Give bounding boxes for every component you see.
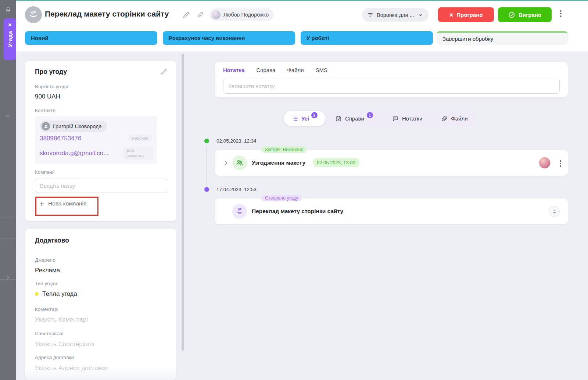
- edit-deal-button[interactable]: [160, 68, 168, 76]
- event-card-meeting[interactable]: Узгодження макету 02.05.2023, 13:00: [215, 150, 568, 176]
- deal-tab-label: Угода: [7, 31, 13, 47]
- contact-box: Григорій Сковорода 380986753476 Робочий …: [35, 116, 157, 164]
- tab-files[interactable]: Файли: [287, 67, 304, 73]
- event-title: Переклад макету сторінки сайту: [252, 208, 343, 215]
- phone-link[interactable]: 380986753476: [40, 135, 81, 142]
- owner-name: Любов Подорожко: [223, 12, 269, 18]
- left-panel-scrollbar[interactable]: [182, 54, 184, 351]
- filter-all-label: Усі: [301, 115, 309, 122]
- comments-placeholder[interactable]: Укажіть Коментарі: [35, 316, 88, 323]
- stage-estimate[interactable]: Розрахунок часу виконання: [163, 31, 295, 45]
- warm-deal-dot: [35, 292, 39, 296]
- pencil-icon: [182, 11, 190, 19]
- contact-chip[interactable]: Григорій Сковорода: [40, 121, 107, 132]
- stage-new[interactable]: Новий: [25, 31, 157, 45]
- deal-page: × Угода Переклад макету сторінки сайту Л…: [0, 0, 588, 380]
- edit-title-button[interactable]: [182, 11, 190, 20]
- lost-label: Програно: [457, 12, 483, 18]
- phone-tag: Робочий: [128, 134, 152, 142]
- filter-all[interactable]: Усі 2: [284, 111, 326, 126]
- top-accent-line: [16, 0, 588, 1]
- filter-files[interactable]: Файли: [432, 111, 477, 126]
- additional-card: Додатково Джерело Реклама Тип угоди Тепл…: [25, 229, 176, 380]
- stage-label: Завершити обробку: [442, 36, 493, 42]
- won-label: Виграно: [519, 12, 541, 18]
- event-menu-button[interactable]: [560, 160, 561, 167]
- stage-finish[interactable]: Завершити обробку: [437, 31, 568, 45]
- event-card-created[interactable]: Переклад макету сторінки сайту: [215, 198, 568, 224]
- owner-avatar: [212, 10, 220, 19]
- event-badge-created: Створено угоду: [261, 195, 302, 201]
- system-avatar: [549, 206, 560, 217]
- more-menu-button[interactable]: [560, 10, 562, 17]
- person-icon: [43, 124, 49, 129]
- person-icon: [552, 209, 557, 214]
- tab-task[interactable]: Справа: [257, 67, 276, 73]
- calendar-check-icon: [335, 115, 342, 122]
- stage-label: Розрахунок часу виконання: [169, 35, 245, 41]
- about-card-title: Про угоду: [35, 68, 67, 76]
- page-title: Переклад макету сторінки сайту: [45, 10, 169, 18]
- deal-type-label: Тип угоди: [35, 281, 57, 286]
- event-badge-meeting: Зустріч: Виконано: [261, 146, 307, 153]
- timeline-date: 17.04.2023, 12:53: [216, 187, 257, 192]
- pin-icon[interactable]: [4, 6, 12, 14]
- x-icon: ×: [449, 11, 453, 18]
- message-icon: [392, 115, 399, 122]
- deal-avatar: [25, 6, 42, 23]
- rail-divider: [0, 259, 16, 259]
- composer-card: Нотатка Справа Файли SMS: [215, 62, 568, 97]
- new-company-label: Нова компанія: [48, 200, 86, 207]
- filter-all-count: 2: [311, 112, 318, 118]
- timeline-dot-purple: [204, 187, 209, 192]
- filter-icon: [367, 12, 373, 18]
- watchers-label: Спостерігачі: [35, 331, 63, 336]
- note-input[interactable]: [223, 79, 560, 94]
- funnel-label: Воронка для ...: [377, 12, 414, 18]
- paperclip-icon: [441, 115, 448, 122]
- amount-label: Вартість угоди: [35, 84, 68, 89]
- tab-note[interactable]: Нотатка: [223, 67, 245, 73]
- filter-tasks-label: Справи: [345, 115, 364, 122]
- timeline-dot-green: [204, 139, 209, 143]
- rail-chevron-right-icon[interactable]: [4, 274, 11, 281]
- stage-in-progress[interactable]: У роботі: [301, 31, 433, 45]
- lost-button[interactable]: × Програно: [438, 7, 494, 22]
- contacts-label: Контакти: [35, 108, 55, 113]
- rail-chevron-down-icon[interactable]: [4, 112, 11, 119]
- won-button[interactable]: Виграно: [498, 7, 552, 22]
- watchers-placeholder[interactable]: Укажіть Спостерігачі: [35, 341, 94, 348]
- contact-name: Григорій Сковорода: [53, 123, 102, 129]
- deal-created-icon: [232, 204, 247, 219]
- check-circle-icon: [508, 11, 515, 18]
- filter-files-label: Файли: [451, 115, 467, 122]
- filter-notes[interactable]: Нотатки: [383, 111, 432, 126]
- new-company-button[interactable]: Нова компанія: [39, 200, 86, 207]
- participant-avatar[interactable]: [539, 157, 550, 168]
- address-placeholder[interactable]: Укажіть Адреса доставки: [35, 365, 108, 372]
- rail-divider: [0, 218, 16, 218]
- expand-chevron-icon[interactable]: [223, 160, 229, 166]
- copy-link-button[interactable]: [197, 11, 204, 19]
- companies-label: Компанії: [35, 169, 55, 175]
- event-title: Узгодження макету: [252, 159, 305, 166]
- tab-sms[interactable]: SMS: [316, 67, 328, 73]
- address-label: Адреса доставки: [35, 355, 74, 360]
- source-value[interactable]: Реклама: [35, 267, 60, 274]
- deal-tab[interactable]: × Угода: [4, 18, 16, 60]
- pencil-icon: [160, 68, 168, 75]
- email-link[interactable]: skovoroda.g@gmail.co...: [40, 150, 108, 157]
- filter-tasks-count: 1: [367, 112, 373, 118]
- link-icon: [197, 11, 204, 18]
- owner-chip[interactable]: Любов Подорожко: [209, 8, 274, 21]
- deal-type-value[interactable]: Тепла угода: [35, 290, 77, 298]
- close-icon[interactable]: ×: [8, 22, 12, 28]
- funnel-select[interactable]: Воронка для ...: [362, 8, 429, 22]
- amount-value: 900 UAH: [35, 93, 60, 100]
- stage-label: У роботі: [306, 35, 329, 41]
- email-tag: Для розсилок: [123, 147, 154, 160]
- company-input[interactable]: [35, 179, 167, 193]
- contact-avatar: [42, 122, 50, 130]
- meeting-icon: [232, 155, 247, 170]
- filter-tasks[interactable]: Справи 1: [326, 111, 383, 126]
